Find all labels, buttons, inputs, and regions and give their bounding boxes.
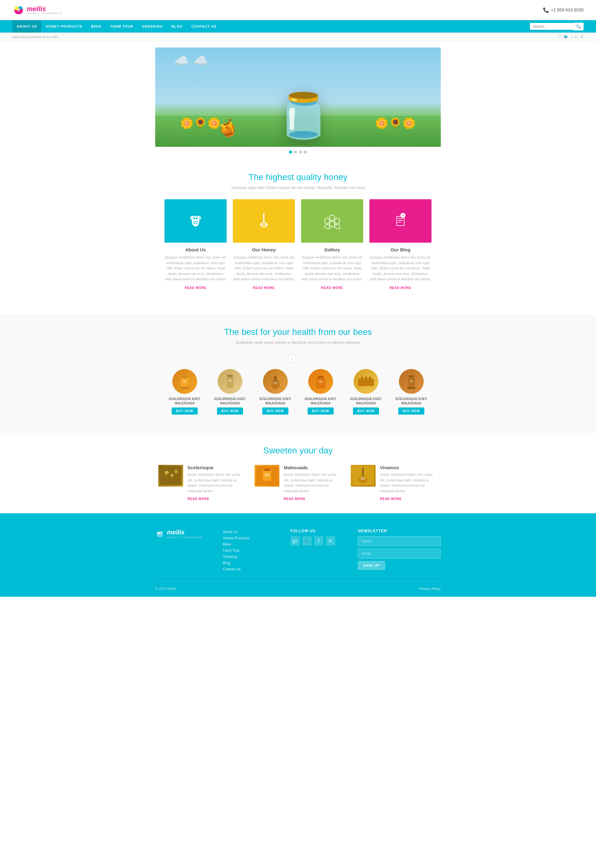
- svg-point-40: [318, 381, 323, 383]
- phone-number: +1 959 603 6035: [551, 7, 584, 12]
- nav-item-ordering[interactable]: ORDERING: [138, 20, 167, 32]
- card-our-blog-icon: ✎: [370, 199, 432, 243]
- article-3-text: Quisa. Vestibulum libero nisl, porta vel…: [380, 472, 438, 494]
- honey-dipper-icon: [254, 212, 273, 230]
- footer-facebook-icon[interactable]: f: [314, 536, 324, 546]
- bees-img-svg: [160, 465, 182, 486]
- card-our-honey-icon: [233, 199, 295, 243]
- topbar-feed-icon[interactable]: ⊕: [580, 34, 584, 39]
- buy-button-1[interactable]: BUY NOW: [172, 407, 197, 415]
- svg-rect-39: [318, 376, 324, 378]
- honey-img-svg: [256, 465, 278, 486]
- buy-button-3[interactable]: BUY NOW: [262, 407, 288, 415]
- footer-newsletter-title: NEWSLETTER:: [358, 529, 441, 533]
- svg-point-10: [194, 217, 195, 219]
- hero-dot-2[interactable]: [294, 151, 297, 154]
- nav-item-bees[interactable]: BEES: [87, 20, 106, 32]
- hero-dot-1[interactable]: [289, 151, 292, 154]
- footer-follow-title: FOLLOW US: [291, 529, 346, 533]
- hero-section: ☁️ ☁️ 🌼🌻🌼 🌼🌻🌼 🫙 🍯: [155, 47, 441, 154]
- footer-link-contact[interactable]: Contact us: [223, 566, 278, 572]
- buy-button-4[interactable]: BUY NOW: [308, 407, 333, 415]
- article-1-title: Scelerisque: [188, 465, 245, 470]
- footer-link-ordering[interactable]: Ordering: [223, 554, 278, 560]
- nav-item-farm-tour[interactable]: FARM TOUR: [106, 20, 138, 32]
- health-section: The best for your health from our bees E…: [0, 315, 596, 433]
- topbar: Hello and welcome to our site! ☆ 🐦 f in …: [0, 32, 596, 41]
- card-gallery-readmore[interactable]: READ MORE: [321, 286, 343, 289]
- card-our-blog-readmore[interactable]: READ MORE: [390, 286, 411, 289]
- svg-rect-32: [226, 376, 234, 388]
- newsletter-signup-button[interactable]: SIGN UP: [358, 561, 385, 570]
- footer-links: About us Honey Products Bees Farm Tour O…: [223, 529, 278, 572]
- honey-jar-svg-1: [177, 372, 192, 391]
- footer-privacy-link[interactable]: Privacy Policy: [420, 587, 441, 590]
- footer-link-honey-products[interactable]: Honey Products: [223, 535, 278, 541]
- svg-point-31: [182, 380, 187, 383]
- product-name-6: SCELERISQUE EGET,MALESUADA: [391, 397, 432, 406]
- buy-button-6[interactable]: BUY NOW: [398, 407, 424, 415]
- newsletter-name-input[interactable]: [358, 536, 441, 546]
- svg-text:✎: ✎: [402, 214, 404, 217]
- card-our-honey-readmore[interactable]: READ MORE: [253, 286, 275, 289]
- footer-link-about[interactable]: About us: [223, 529, 278, 535]
- carousel-next[interactable]: ›: [300, 354, 308, 363]
- article-1-readmore[interactable]: READ MORE: [188, 497, 209, 500]
- article-3-readmore[interactable]: READ MORE: [380, 497, 402, 500]
- product-name-3: SCELERISQUE EGET,MALESUADA: [255, 397, 296, 406]
- article-3-title: Vivamus: [380, 465, 438, 470]
- search-input[interactable]: [530, 23, 573, 30]
- svg-point-55: [174, 470, 178, 474]
- footer-link-farm-tour[interactable]: Farm Tour: [223, 548, 278, 554]
- nav-item-honey-products[interactable]: HONEY PRODUCTS: [41, 20, 87, 32]
- card-our-honey: Our Honey Quisque nestibulum libero nisl…: [233, 199, 295, 290]
- product-img-5: [353, 369, 379, 394]
- hero-dot-3[interactable]: [299, 151, 302, 154]
- card-about-us-readmore[interactable]: READ MORE: [185, 286, 206, 289]
- svg-rect-29: [182, 376, 188, 378]
- svg-point-68: [160, 531, 163, 534]
- hero-flowers-right: 🌼🌻🌼: [375, 117, 416, 130]
- article-1: Scelerisque Quisa. Vestibulum libero nis…: [158, 465, 245, 501]
- nav-item-about-us[interactable]: ABOUT US: [12, 20, 41, 32]
- article-2-text: Quisa. Vestibulum libero nisl, porta vel…: [284, 472, 342, 494]
- search-button[interactable]: 🔍: [573, 23, 584, 30]
- article-2-readmore[interactable]: READ MORE: [284, 497, 305, 500]
- footer: mellis HONEY COMMERCE About us Honey Pro…: [0, 513, 596, 597]
- honeycomb-icon: [323, 212, 342, 230]
- footer-link-bees[interactable]: Bees: [223, 541, 278, 548]
- svg-marker-18: [335, 218, 340, 224]
- buy-button-5[interactable]: BUY NOW: [353, 407, 379, 415]
- articles-list: Scelerisque Quisa. Vestibulum libero nis…: [155, 465, 441, 501]
- card-gallery: Gallery Quisque nestibulum libero nisl, …: [301, 199, 363, 290]
- footer-google-plus-icon[interactable]: g+: [291, 536, 300, 546]
- carousel-prev[interactable]: ‹: [288, 354, 296, 363]
- health-title: The best for your health from our bees: [12, 327, 584, 337]
- svg-rect-63: [362, 468, 364, 477]
- honey-jar-svg-4: [313, 372, 328, 391]
- topbar-rss-icon[interactable]: ☆: [557, 34, 561, 39]
- topbar-facebook-icon[interactable]: f: [571, 34, 572, 39]
- footer-linkedin-icon[interactable]: in: [326, 536, 335, 546]
- topbar-twitter-icon[interactable]: 🐦: [563, 34, 568, 39]
- topbar-linkedin-icon[interactable]: in: [575, 34, 578, 39]
- svg-marker-44: [369, 376, 371, 379]
- nav-item-blog[interactable]: BLOG: [167, 20, 187, 32]
- card-about-us: About Us Quisque nestibulum libero nisl,…: [164, 199, 226, 290]
- footer-twitter-icon[interactable]: 🐦: [302, 536, 312, 546]
- svg-marker-21: [335, 224, 340, 229]
- nav-item-contact-us[interactable]: CONTACT US: [187, 20, 221, 32]
- svg-point-34: [228, 379, 232, 382]
- product-img-3: [263, 369, 288, 394]
- buy-button-2[interactable]: BUY NOW: [217, 407, 243, 415]
- logo[interactable]: mellis HONEY COMMERCE: [12, 4, 63, 16]
- footer-link-blog[interactable]: Blog: [223, 560, 278, 566]
- card-gallery-text: Quisque nestibulum libero nisl, porta ve…: [301, 255, 363, 282]
- hero-dot-4[interactable]: [304, 151, 307, 154]
- topbar-social: ☆ 🐦 f in ⊕: [557, 34, 584, 39]
- footer-logo-area: mellis HONEY COMMERCE: [155, 529, 210, 572]
- newsletter-email-input[interactable]: [358, 549, 441, 559]
- navigation: ABOUT US HONEY PRODUCTS BEES FARM TOUR O…: [0, 20, 596, 32]
- card-about-us-text: Quisque nestibulum libero nisl, porta ve…: [164, 255, 226, 282]
- health-subtitle: Estibulum ante ipsum primis in faucibus …: [12, 340, 584, 345]
